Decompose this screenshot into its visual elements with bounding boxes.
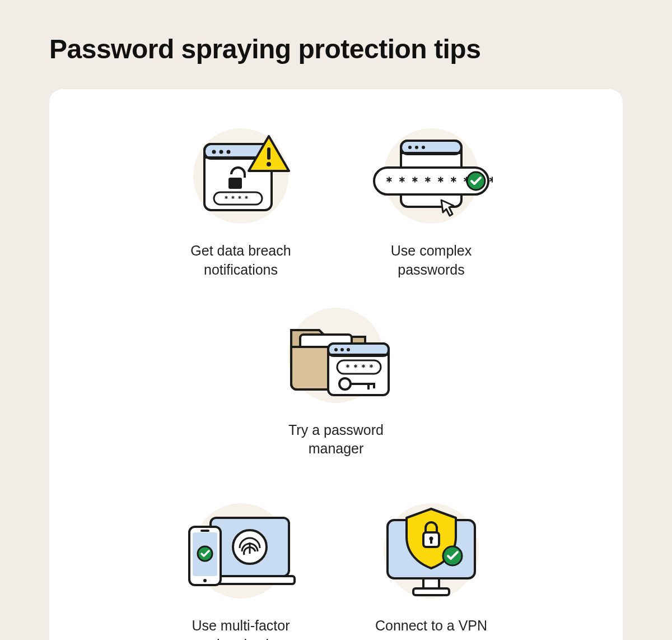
svg-point-24 <box>334 348 338 351</box>
monitor-shield-icon <box>370 498 493 604</box>
svg-point-14 <box>408 146 412 149</box>
svg-point-25 <box>340 348 344 351</box>
tip-caption: Use multi-factor authentication <box>168 616 314 640</box>
svg-point-5 <box>227 150 231 154</box>
svg-point-40 <box>203 579 207 582</box>
svg-rect-9 <box>267 147 270 160</box>
svg-rect-13 <box>401 152 461 154</box>
tip-mfa: Use multi-factor authentication <box>157 498 325 640</box>
tip-complex-passwords: ＊＊＊＊＊＊＊＊＊＊＊ Use complex passwords <box>347 123 515 280</box>
laptop-phone-fingerprint-icon <box>179 498 302 604</box>
svg-point-26 <box>347 348 350 351</box>
password-field-icon: ＊＊＊＊＊＊＊＊＊＊＊ <box>370 123 493 229</box>
svg-point-10 <box>267 162 271 166</box>
tip-caption: Get data breach notifications <box>168 242 314 280</box>
tip-password-manager: ＊＊＊＊ Try a password manager <box>252 302 420 459</box>
svg-point-4 <box>220 150 223 154</box>
svg-text:＊＊＊＊: ＊＊＊＊ <box>223 194 250 202</box>
folder-key-icon: ＊＊＊＊ <box>274 302 398 409</box>
tip-vpn: Connect to a VPN <box>347 498 515 640</box>
svg-rect-44 <box>413 588 449 595</box>
svg-point-3 <box>212 150 216 154</box>
alert-browser-icon: ＊＊＊＊ <box>179 123 302 229</box>
svg-rect-39 <box>200 530 209 532</box>
svg-text:＊＊＊＊: ＊＊＊＊ <box>344 363 375 372</box>
tip-breach-notifications: ＊＊＊＊ Get data breach notifications <box>157 123 325 280</box>
svg-rect-6 <box>228 178 242 189</box>
svg-rect-23 <box>328 354 389 356</box>
svg-point-15 <box>415 146 418 149</box>
tip-caption: Use complex passwords <box>358 242 504 280</box>
tip-caption: Try a password manager <box>263 421 409 459</box>
page-title: Password spraying protection tips <box>49 34 623 64</box>
tips-card: ＊＊＊＊ Get data breach notifications <box>49 89 623 640</box>
tip-caption: Connect to a VPN <box>375 616 487 636</box>
svg-point-16 <box>422 146 425 149</box>
